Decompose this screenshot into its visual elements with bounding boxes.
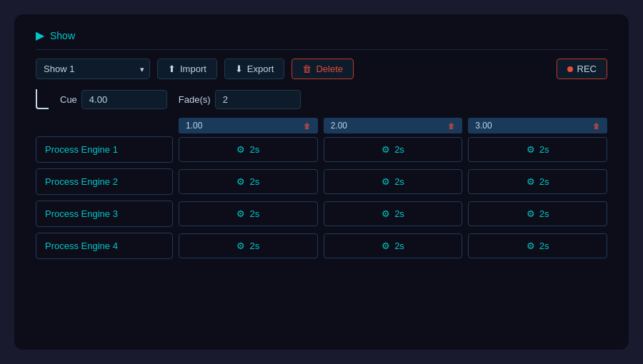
- cell-r1c2[interactable]: ⚙ 2s: [324, 137, 463, 162]
- table-row: Process Engine 3 ⚙ 2s ⚙ 2s ⚙ 2s: [36, 201, 607, 227]
- gear-icon: ⚙: [382, 144, 390, 155]
- cell-r2c2-value: 2s: [394, 176, 404, 187]
- cell-r4c3-value: 2s: [539, 241, 549, 251]
- cell-r1c3[interactable]: ⚙ 2s: [468, 137, 607, 162]
- page-title: Show: [50, 30, 75, 41]
- rec-button[interactable]: REC: [557, 59, 607, 79]
- cue-field-group: Cue: [60, 90, 167, 109]
- cell-r3c2[interactable]: ⚙ 2s: [324, 201, 463, 226]
- delete-label: Delete: [316, 64, 343, 74]
- cell-r2c1-value: 2s: [249, 176, 259, 187]
- grid-area: 1.00 🗑 2.00 🗑 3.00 🗑 Process Engine 1 ⚙ …: [36, 118, 607, 335]
- gear-icon: ⚙: [527, 208, 535, 219]
- gear-icon: ⚙: [527, 144, 535, 155]
- cell-r3c1-value: 2s: [249, 208, 259, 219]
- export-button[interactable]: ⬇ Export: [224, 59, 285, 79]
- row-label-2[interactable]: Process Engine 2: [36, 168, 173, 195]
- gear-icon: ⚙: [236, 241, 245, 251]
- gear-icon: ⚙: [527, 241, 535, 251]
- fades-field-group: Fade(s): [179, 90, 301, 109]
- cell-r4c1-value: 2s: [249, 241, 259, 251]
- col-3-delete-icon[interactable]: 🗑: [593, 122, 600, 130]
- col-header-2-label: 2.00: [331, 121, 347, 131]
- col-header-3: 3.00 🗑: [468, 118, 607, 133]
- show-select[interactable]: Show 1 Show 2 Show 3: [36, 59, 150, 79]
- col-1-delete-icon[interactable]: 🗑: [304, 122, 311, 130]
- trash-icon: 🗑: [302, 64, 311, 74]
- cell-r2c3-value: 2s: [539, 176, 549, 187]
- gear-icon: ⚙: [382, 208, 390, 219]
- fades-label: Fade(s): [179, 94, 211, 105]
- gear-icon: ⚙: [236, 176, 245, 187]
- gear-icon: ⚙: [236, 144, 245, 155]
- col-header-3-label: 3.00: [475, 121, 492, 131]
- row-label-4[interactable]: Process Engine 4: [36, 233, 173, 259]
- cell-r1c1[interactable]: ⚙ 2s: [179, 137, 318, 162]
- col-header-1: 1.00 🗑: [179, 118, 318, 133]
- cell-r3c3-value: 2s: [539, 208, 549, 219]
- cell-r2c1[interactable]: ⚙ 2s: [179, 169, 318, 194]
- cell-r3c2-value: 2s: [394, 208, 404, 219]
- cell-r4c3[interactable]: ⚙ 2s: [468, 233, 607, 258]
- show-select-wrapper: Show 1 Show 2 Show 3: [36, 59, 150, 79]
- rec-label: REC: [577, 64, 597, 74]
- import-icon: ⬆: [168, 64, 176, 74]
- col-header-2: 2.00 🗑: [324, 118, 463, 133]
- header-row: ▶ Show: [36, 29, 607, 50]
- row-label-1[interactable]: Process Engine 1: [36, 136, 173, 163]
- controls-row: Show 1 Show 2 Show 3 ⬆ Import ⬇ Export 🗑…: [36, 59, 607, 79]
- cell-r2c3[interactable]: ⚙ 2s: [468, 169, 607, 194]
- cue-label: Cue: [60, 94, 77, 105]
- cell-r3c1[interactable]: ⚙ 2s: [179, 201, 318, 226]
- cell-r1c3-value: 2s: [539, 144, 549, 155]
- cell-r1c1-value: 2s: [249, 144, 259, 155]
- export-label: Export: [247, 64, 274, 74]
- cell-r3c3[interactable]: ⚙ 2s: [468, 201, 607, 226]
- export-icon: ⬇: [235, 64, 243, 74]
- grid-header: 1.00 🗑 2.00 🗑 3.00 🗑: [179, 118, 607, 133]
- row-label-3[interactable]: Process Engine 3: [36, 201, 173, 227]
- main-screen: ▶ Show Show 1 Show 2 Show 3 ⬆ Import ⬇ E…: [14, 14, 629, 350]
- gear-icon: ⚙: [527, 176, 535, 187]
- cell-r4c2[interactable]: ⚙ 2s: [324, 233, 463, 258]
- cue-input[interactable]: [81, 90, 167, 109]
- cell-r4c1[interactable]: ⚙ 2s: [179, 233, 318, 258]
- col-header-1-label: 1.00: [186, 121, 202, 131]
- import-label: Import: [180, 64, 206, 74]
- fades-input[interactable]: [215, 90, 301, 109]
- table-row: Process Engine 1 ⚙ 2s ⚙ 2s ⚙ 2s: [36, 136, 607, 163]
- rec-dot-icon: [567, 66, 573, 72]
- import-button[interactable]: ⬆ Import: [157, 59, 217, 79]
- table-row: Process Engine 4 ⚙ 2s ⚙ 2s ⚙ 2s: [36, 233, 607, 259]
- cell-r4c2-value: 2s: [394, 241, 404, 251]
- table-row: Process Engine 2 ⚙ 2s ⚙ 2s ⚙ 2s: [36, 168, 607, 195]
- play-icon: ▶: [36, 29, 44, 42]
- gear-icon: ⚙: [382, 241, 390, 251]
- cue-indicator: [36, 89, 49, 109]
- delete-button[interactable]: 🗑 Delete: [291, 59, 354, 79]
- grid-rows: Process Engine 1 ⚙ 2s ⚙ 2s ⚙ 2s Process …: [36, 136, 607, 259]
- cue-row: Cue Fade(s): [36, 89, 607, 109]
- gear-icon: ⚙: [236, 208, 245, 219]
- col-2-delete-icon[interactable]: 🗑: [448, 122, 455, 130]
- gear-icon: ⚙: [382, 176, 390, 187]
- cell-r2c2[interactable]: ⚙ 2s: [324, 169, 463, 194]
- cell-r1c2-value: 2s: [394, 144, 404, 155]
